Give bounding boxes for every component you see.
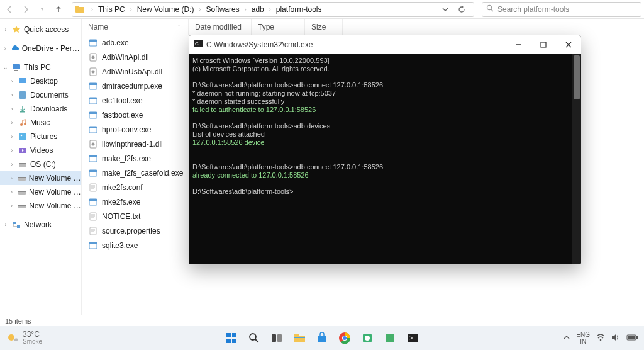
svg-rect-34 bbox=[89, 98, 97, 99]
svg-rect-32 bbox=[89, 83, 97, 85]
svg-rect-59 bbox=[277, 334, 282, 342]
svg-point-2 bbox=[487, 6, 492, 10]
sidebar-documents[interactable]: ›Documents bbox=[0, 88, 81, 102]
svg-point-10 bbox=[24, 123, 26, 125]
chevron-right-icon: › bbox=[126, 6, 136, 13]
sidebar-drive-e[interactable]: ›New Volume (E:) bbox=[0, 185, 81, 199]
search-input[interactable]: Search platform-tools bbox=[482, 2, 641, 17]
battery-icon[interactable] bbox=[626, 334, 638, 342]
sidebar-desktop[interactable]: ›Desktop bbox=[0, 74, 81, 88]
search-button[interactable] bbox=[245, 329, 263, 347]
sidebar-onedrive[interactable]: ›OneDrive - Personal bbox=[0, 42, 81, 55]
chrome-button[interactable] bbox=[336, 329, 353, 347]
wsa-button[interactable] bbox=[358, 329, 376, 347]
search-placeholder: Search platform-tools bbox=[497, 5, 569, 14]
app-button[interactable] bbox=[381, 329, 399, 347]
svg-rect-61 bbox=[294, 334, 299, 337]
breadcrumb-item[interactable]: This PC bbox=[97, 5, 126, 14]
documents-icon bbox=[18, 90, 28, 100]
svg-point-52 bbox=[8, 334, 14, 341]
sidebar-pictures[interactable]: ›Pictures bbox=[0, 130, 81, 144]
file-icon bbox=[88, 125, 98, 135]
svg-text:>_: >_ bbox=[409, 335, 416, 341]
breadcrumb-item[interactable]: platform-tools bbox=[275, 5, 323, 14]
refresh-button[interactable] bbox=[455, 3, 469, 16]
taskview-button[interactable] bbox=[268, 329, 286, 347]
breadcrumb-item[interactable]: New Volume (D:) bbox=[136, 5, 196, 14]
cmd-titlebar[interactable]: C: C:\Windows\System32\cmd.exe bbox=[189, 35, 581, 54]
svg-point-28 bbox=[92, 55, 95, 59]
file-icon bbox=[88, 81, 98, 91]
weather-desc: Smoke bbox=[23, 338, 42, 346]
store-button[interactable] bbox=[313, 329, 331, 347]
folder-icon bbox=[75, 4, 85, 14]
breadcrumb-item[interactable]: Softwares bbox=[204, 5, 240, 14]
sidebar-this-pc[interactable]: ⌄This PC bbox=[0, 60, 81, 74]
svg-rect-24 bbox=[17, 225, 20, 228]
svg-rect-76 bbox=[636, 336, 638, 339]
sidebar-drive-f[interactable]: ›New Volume (F:) bbox=[0, 199, 81, 213]
cmd-body[interactable]: Microsoft Windows [Version 10.0.22000.59… bbox=[189, 54, 581, 264]
minimize-button[interactable] bbox=[506, 35, 531, 54]
file-icon bbox=[88, 183, 98, 193]
music-icon bbox=[18, 118, 28, 128]
file-icon bbox=[88, 38, 98, 48]
drive-icon bbox=[17, 187, 26, 197]
taskbar: 33°C Smoke >_ ENGIN bbox=[0, 326, 644, 350]
sidebar-network[interactable]: ›Network bbox=[0, 218, 81, 232]
sidebar-music[interactable]: ›Music bbox=[0, 116, 81, 130]
file-icon bbox=[88, 197, 98, 207]
back-button[interactable] bbox=[3, 3, 16, 16]
svg-rect-58 bbox=[272, 334, 276, 342]
wifi-icon[interactable] bbox=[596, 334, 605, 343]
svg-rect-55 bbox=[226, 339, 231, 343]
volume-icon[interactable] bbox=[611, 334, 620, 343]
drive-icon bbox=[17, 201, 26, 211]
svg-point-30 bbox=[92, 70, 95, 73]
chevron-right-icon: › bbox=[195, 6, 204, 13]
svg-text:C:: C: bbox=[195, 41, 200, 47]
cmd-scroll-thumb[interactable] bbox=[574, 55, 580, 99]
cmd-window[interactable]: C: C:\Windows\System32\cmd.exe Microsoft… bbox=[189, 35, 581, 264]
svg-rect-79 bbox=[541, 42, 546, 47]
sidebar-drive-d[interactable]: ›New Volume (D:) bbox=[0, 171, 81, 185]
file-icon bbox=[88, 67, 98, 77]
start-button[interactable] bbox=[223, 329, 240, 347]
weather-widget[interactable]: 33°C Smoke bbox=[0, 330, 42, 346]
column-type[interactable]: Type bbox=[252, 19, 305, 35]
svg-rect-42 bbox=[89, 155, 97, 157]
tray-chevron-icon[interactable] bbox=[564, 334, 570, 342]
forward-button[interactable] bbox=[19, 3, 33, 16]
drive-icon bbox=[18, 159, 28, 169]
explorer-button[interactable] bbox=[291, 329, 308, 347]
sidebar-downloads[interactable]: ›Downloads bbox=[0, 102, 81, 116]
breadcrumb-item[interactable]: adb bbox=[250, 5, 265, 14]
file-name: make_f2fs_casefold.exe bbox=[102, 169, 183, 178]
star-icon bbox=[11, 25, 21, 35]
pictures-icon bbox=[18, 132, 28, 142]
svg-rect-56 bbox=[232, 339, 236, 343]
recent-locations-button[interactable]: ▾ bbox=[35, 3, 49, 16]
cmd-output[interactable]: Microsoft Windows [Version 10.0.22000.59… bbox=[189, 54, 572, 264]
file-name: adb.exe bbox=[102, 38, 129, 47]
column-name[interactable]: Name⌃ bbox=[82, 19, 189, 35]
file-name: NOTICE.txt bbox=[102, 212, 140, 221]
column-date-modified[interactable]: Date modified bbox=[189, 19, 252, 35]
search-icon bbox=[486, 4, 494, 14]
cmd-button[interactable]: >_ bbox=[404, 329, 421, 347]
sidebar-quick-access[interactable]: ›Quick access bbox=[0, 23, 81, 37]
maximize-button[interactable] bbox=[531, 35, 556, 54]
cmd-scrollbar[interactable] bbox=[572, 54, 581, 264]
sidebar-drive-c[interactable]: ›OS (C:) bbox=[0, 157, 81, 171]
up-button[interactable] bbox=[52, 3, 65, 16]
svg-rect-7 bbox=[19, 91, 26, 99]
sidebar-videos[interactable]: ›Videos bbox=[0, 144, 81, 157]
file-name: mke2fs.conf bbox=[102, 183, 143, 192]
column-size[interactable]: Size bbox=[305, 19, 343, 35]
address-dropdown-button[interactable] bbox=[438, 3, 452, 16]
close-button[interactable] bbox=[556, 35, 581, 54]
chevron-right-icon: › bbox=[87, 6, 97, 13]
address-bar[interactable]: › This PC › New Volume (D:) › Softwares … bbox=[72, 2, 474, 17]
language-indicator[interactable]: ENGIN bbox=[576, 331, 590, 345]
file-name: fastboot.exe bbox=[102, 111, 143, 120]
